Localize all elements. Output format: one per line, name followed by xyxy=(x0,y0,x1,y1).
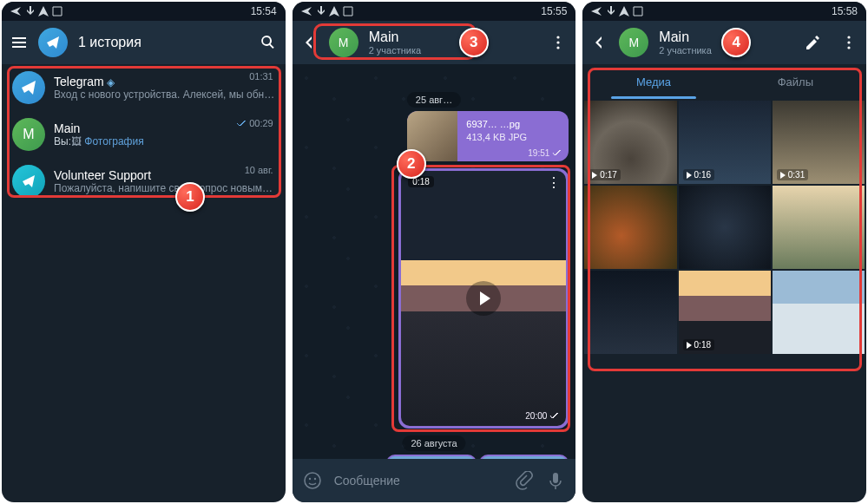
media-cell[interactable]: 0:18 xyxy=(679,271,771,354)
download-icon xyxy=(605,6,615,16)
nav-icon xyxy=(38,6,49,16)
read-checks-icon xyxy=(236,118,247,128)
chat-header[interactable]: Main 2 участника xyxy=(659,29,711,56)
chat-row[interactable]: Volunteer Support Пожалуйста, напишите с… xyxy=(2,158,286,205)
msg-time: 20:00 xyxy=(525,411,559,421)
msg-time: 19:51 xyxy=(528,148,562,158)
app-bar: M Main 2 участника xyxy=(293,21,576,64)
svg-point-5 xyxy=(313,478,315,480)
status-bar: 15:54 xyxy=(2,2,286,21)
file-message[interactable]: 6937… …pg 413,4 KB JPG 19:51 xyxy=(407,111,569,161)
media-cell[interactable]: 0:17 xyxy=(584,101,676,184)
debug-icon xyxy=(52,6,62,16)
app-bar: 1 история xyxy=(2,21,286,64)
media-cell[interactable] xyxy=(584,271,676,354)
svg-rect-6 xyxy=(553,473,558,483)
send-icon xyxy=(301,6,312,16)
date-chip: 26 августа xyxy=(402,435,465,451)
media-cell[interactable]: 0:31 xyxy=(773,101,865,184)
svg-point-1 xyxy=(557,41,560,43)
debug-icon xyxy=(633,6,643,16)
chat-preview: Пожалуйста, напишите свой вопрос новым с… xyxy=(54,182,275,194)
step-badge: 3 xyxy=(459,28,489,57)
more-icon[interactable] xyxy=(549,34,567,51)
message-input[interactable]: Сообщение xyxy=(334,474,503,488)
file-meta: 413,4 KB JPG xyxy=(466,131,527,144)
svg-point-2 xyxy=(557,46,560,49)
chat-time: 01:31 xyxy=(249,71,273,82)
attach-icon[interactable] xyxy=(515,471,534,490)
emoji-icon[interactable] xyxy=(303,471,322,490)
media-tabs: Медиа Файлы xyxy=(582,64,866,99)
chat-time: 00:29 xyxy=(236,118,273,128)
media-grid: 0:17 0:16 0:31 0:18 xyxy=(582,99,866,502)
svg-point-3 xyxy=(305,473,320,488)
media-cell[interactable] xyxy=(584,186,676,269)
phone-media: 15:58 M Main 2 участника Медиа Файлы 0:1… xyxy=(582,2,866,502)
clock: 15:54 xyxy=(251,5,277,17)
chat-header[interactable]: Main 2 участника xyxy=(369,29,421,56)
edit-icon[interactable] xyxy=(804,34,821,51)
send-icon xyxy=(591,6,602,16)
message-input-bar: Сообщение xyxy=(293,459,576,502)
app-avatar xyxy=(38,28,68,57)
video-menu-icon[interactable]: ⋮ xyxy=(547,174,561,191)
send-icon xyxy=(10,6,21,16)
step-badge: 1 xyxy=(175,182,205,212)
back-icon[interactable] xyxy=(591,34,608,51)
media-cell[interactable] xyxy=(773,186,865,269)
phone-conversation: 15:55 M Main 2 участника 25 авг… 6937… …… xyxy=(293,2,576,502)
chat-row[interactable]: Telegram ◈ Вход с нового устройства. Але… xyxy=(2,64,286,111)
back-icon[interactable] xyxy=(301,34,319,51)
svg-point-0 xyxy=(557,36,560,38)
download-icon xyxy=(315,6,326,16)
media-cell[interactable] xyxy=(679,186,771,269)
clock: 15:58 xyxy=(832,5,858,17)
more-icon[interactable] xyxy=(840,34,858,51)
download-icon xyxy=(24,6,35,16)
clock: 15:55 xyxy=(541,5,567,17)
svg-point-9 xyxy=(847,46,850,49)
step-badge: 2 xyxy=(397,149,426,179)
play-icon[interactable] xyxy=(466,281,501,316)
chat-row[interactable]: M Main Вы:🖼 Фотография 00:29 xyxy=(2,111,286,158)
status-bar: 15:55 xyxy=(293,2,576,21)
svg-point-7 xyxy=(847,36,850,38)
date-chip: 25 авг… xyxy=(407,92,461,108)
media-cell[interactable] xyxy=(773,271,865,354)
debug-icon xyxy=(343,6,353,16)
chat-time: 10 авг. xyxy=(245,165,273,175)
status-bar: 15:58 xyxy=(582,2,866,21)
chat-avatar[interactable]: M xyxy=(329,28,358,57)
media-cell[interactable]: 0:16 xyxy=(679,101,771,184)
album-message[interactable] xyxy=(386,455,569,459)
tab-files[interactable]: Файлы xyxy=(725,64,866,99)
svg-point-4 xyxy=(308,478,310,480)
chat-preview: Вход с нового устройства. Алексей, мы об… xyxy=(54,88,275,101)
svg-point-8 xyxy=(847,41,850,43)
chat-avatar[interactable]: M xyxy=(619,28,648,57)
phone-chatlist: 15:54 1 история Telegram ◈ Вход с нового… xyxy=(2,2,286,502)
chat-list: Telegram ◈ Вход с нового устройства. Але… xyxy=(2,64,286,502)
avatar: M xyxy=(12,118,45,151)
file-name: 6937… …pg xyxy=(466,118,527,131)
nav-icon xyxy=(619,6,629,16)
nav-icon xyxy=(329,6,339,16)
avatar xyxy=(12,71,45,104)
page-title: 1 история xyxy=(78,35,141,50)
video-message[interactable]: 0:18 ⋮ 20:00 xyxy=(398,168,569,429)
mic-icon[interactable] xyxy=(546,471,565,490)
menu-icon[interactable] xyxy=(10,34,28,51)
chat-body[interactable]: 25 авг… 6937… …pg 413,4 KB JPG 19:51 0:1… xyxy=(293,64,576,459)
avatar xyxy=(12,165,45,198)
search-icon[interactable] xyxy=(260,34,277,51)
tab-media[interactable]: Медиа xyxy=(582,64,724,99)
